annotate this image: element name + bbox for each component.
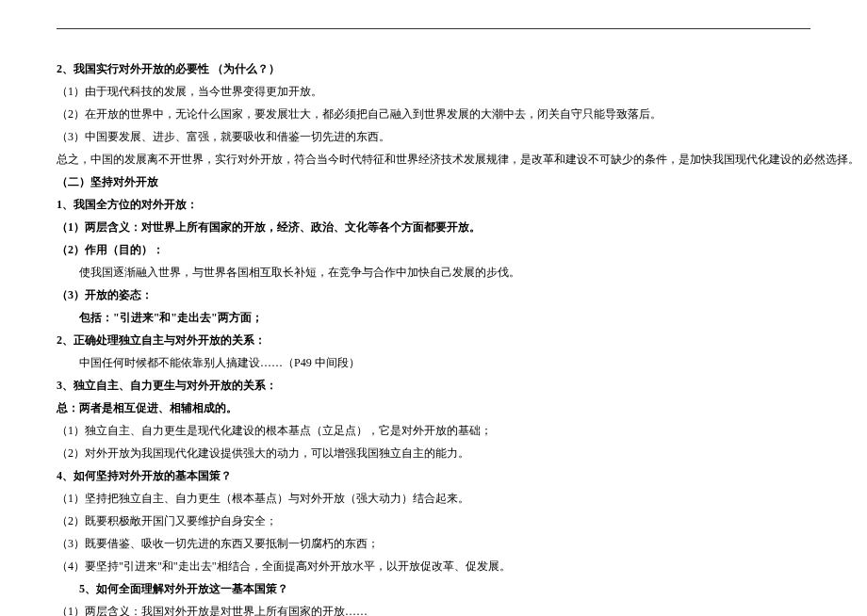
text-line: （1）独立自主、自力更生是现代化建设的根本基点（立足点），它是对外开放的基础； — [57, 419, 810, 442]
text-line: 总之，中国的发展离不开世界，实行对外开放，符合当今时代特征和世界经济技术发展规律… — [57, 148, 810, 170]
text-line: 2、我国实行对外开放的必要性 （为什么？） — [57, 57, 810, 80]
text-line: （2）既要积极敞开国门又要维护自身安全； — [57, 510, 810, 532]
text-line: 5、如何全面理解对外开放这一基本国策？ — [57, 577, 810, 600]
text-line: （3）开放的姿态： — [57, 284, 810, 306]
text-line: （2）对外开放为我国现代化建设提供强大的动力，可以增强我国独立自主的能力。 — [57, 442, 810, 464]
text-line: （二）坚持对外开放 — [57, 170, 810, 193]
page-container: 2、我国实行对外开放的必要性 （为什么？）（1）由于现代科技的发展，当今世界变得… — [57, 28, 810, 616]
text-line: （1）坚持把独立自主、自力更生（根本基点）与对外开放（强大动力）结合起来。 — [57, 487, 810, 510]
text-line: （3）既要借鉴、吸收一切先进的东西又要抵制一切腐朽的东西； — [57, 532, 810, 555]
text-line: 2、正确处理独立自主与对外开放的关系： — [57, 329, 810, 351]
text-line: （4）要坚持"引进来"和"走出去"相结合，全面提高对外开放水平，以开放促改革、促… — [57, 555, 810, 577]
text-line: （1）两层含义：我国对外开放是对世界上所有国家的开放…… — [57, 600, 810, 616]
text-line: 总：两者是相互促进、相辅相成的。 — [57, 397, 810, 419]
text-line: 使我国逐渐融入世界，与世界各国相互取长补短，在竞争与合作中加快自己发展的步伐。 — [57, 261, 810, 284]
text-line: （3）中国要发展、进步、富强，就要吸收和借鉴一切先进的东西。 — [57, 125, 810, 148]
text-line: 中国任何时候都不能依靠别人搞建设……（P49 中间段） — [57, 351, 810, 374]
text-line: 4、如何坚持对外开放的基本国策？ — [57, 464, 810, 487]
text-line: （1）两层含义：对世界上所有国家的开放，经济、政治、文化等各个方面都要开放。 — [57, 216, 810, 238]
text-line: 包括："引进来"和"走出去"两方面； — [57, 306, 810, 329]
text-line: （2）作用（目的）： — [57, 238, 810, 261]
text-line: （1）由于现代科技的发展，当今世界变得更加开放。 — [57, 80, 810, 103]
text-line: 3、独立自主、自力更生与对外开放的关系： — [57, 374, 810, 397]
text-line: （2）在开放的世界中，无论什么国家，要发展壮大，都必须把自己融入到世界发展的大潮… — [57, 103, 810, 125]
text-line: 1、我国全方位的对外开放： — [57, 193, 810, 216]
document-body: 2、我国实行对外开放的必要性 （为什么？）（1）由于现代科技的发展，当今世界变得… — [57, 29, 810, 616]
